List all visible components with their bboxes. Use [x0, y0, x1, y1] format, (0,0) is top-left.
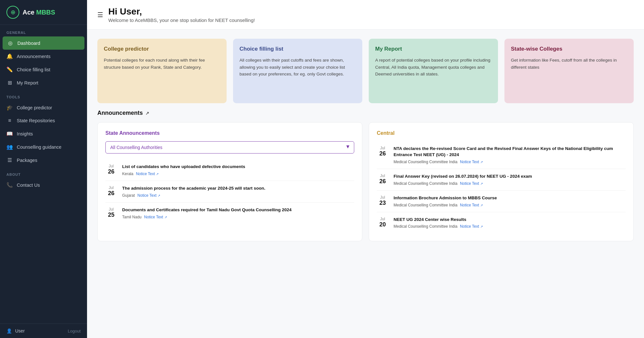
sidebar-username: User: [15, 328, 25, 333]
central-ann-item: Jul 26 NTA declares the Re-revised Score…: [377, 141, 626, 169]
ann-content: NTA declares the Re-revised Score Card a…: [394, 146, 626, 164]
central-ann-item: Jul 26 Final Answer Key (revised on 26.0…: [377, 169, 626, 191]
logo-icon: ⊕: [6, 6, 19, 19]
ann-day: 20: [377, 221, 388, 228]
ann-month: Jul: [105, 207, 117, 212]
external-icon: ↗: [480, 182, 483, 185]
sidebar-section-label: TOOLS: [0, 89, 87, 101]
sidebar-nav: GENERAL◎Dashboard🔔Announcements✏️Choice …: [0, 25, 87, 192]
external-link-icon[interactable]: ↗: [145, 111, 149, 116]
ann-notice-link[interactable]: Notice Text ↗: [460, 224, 483, 229]
sidebar-item-state-repositories[interactable]: ≡State Repositories: [0, 114, 87, 127]
ann-content: List of candidates who have uploaded def…: [122, 164, 354, 176]
state-announcements-col: State Announcements All Counselling Auth…: [97, 122, 362, 241]
ann-day: 23: [377, 200, 388, 206]
ann-date: Jul 23: [377, 195, 388, 207]
ann-title: The admission process for the academic y…: [122, 185, 354, 192]
ann-month: Jul: [377, 174, 388, 178]
external-icon: ↗: [164, 215, 167, 219]
sidebar-item-my-report[interactable]: ⊞My Report: [0, 76, 87, 89]
sidebar-item-dashboard[interactable]: ◎Dashboard: [3, 36, 84, 50]
sidebar-item-insights[interactable]: 📖Insights: [0, 127, 87, 140]
choice-filling-list-card[interactable]: Choice filling listAll colleges with the…: [233, 39, 362, 103]
my-report-card-body: A report of potential colleges based on …: [375, 57, 492, 78]
state-repositories-icon: ≡: [6, 118, 13, 124]
ann-content: The admission process for the academic y…: [122, 185, 354, 198]
sidebar-item-announcements[interactable]: 🔔Announcements: [0, 50, 87, 63]
my-report-label: My Report: [17, 80, 38, 85]
insights-label: Insights: [17, 131, 33, 136]
sidebar-item-college-predictor[interactable]: 🎓College predictor: [0, 101, 87, 114]
sidebar-item-contact-us[interactable]: 📞Contact Us: [0, 178, 87, 192]
ann-content: NEET UG 2024 Center wise Results Medical…: [394, 217, 626, 229]
ann-tag: Tamil Nadu: [122, 215, 141, 219]
sidebar-item-choice-filling-list[interactable]: ✏️Choice filling list: [0, 63, 87, 76]
external-icon: ↗: [158, 194, 160, 197]
contact-us-icon: 📞: [6, 182, 13, 188]
greeting-block: Hi User, Welcome to AceMBBS, your one st…: [108, 6, 255, 23]
ann-notice-link[interactable]: Notice Text ↗: [137, 193, 160, 198]
sidebar-item-counselling-guidance[interactable]: 👥Counselling guidance: [0, 140, 87, 154]
my-report-card-title: My Report: [375, 46, 492, 52]
insights-icon: 📖: [6, 131, 13, 137]
announcements-label: Announcements: [17, 54, 51, 59]
sidebar-item-packages[interactable]: ☰Packages: [0, 154, 87, 167]
ann-content: Final Answer Key (revised on 26.07.2024)…: [394, 174, 626, 186]
announcements-section: Announcements ↗ State Announcements All …: [87, 110, 644, 250]
state-col-title: State Announcements: [105, 130, 354, 136]
state-announcements-list: Jul 26 List of candidates who have uploa…: [105, 159, 354, 224]
state-wise-colleges-card[interactable]: State-wise CollegesGet information like …: [504, 39, 634, 103]
state-wise-colleges-card-title: State-wise Colleges: [511, 46, 627, 52]
my-report-card[interactable]: My ReportA report of potential colleges …: [369, 39, 498, 103]
ann-content: Information Brochure Admission to MBBS C…: [394, 195, 626, 207]
counselling-guidance-icon: 👥: [6, 144, 13, 150]
ann-notice-link[interactable]: Notice Text ↗: [460, 160, 483, 164]
ann-meta: Medical Counselling Committee India Noti…: [394, 160, 626, 164]
choice-filling-list-label: Choice filling list: [17, 67, 50, 72]
ann-day: 25: [105, 212, 117, 218]
ann-meta: Kerala Notice Text ↗: [122, 172, 354, 176]
ann-meta: Medical Counselling Committee India Noti…: [394, 224, 626, 229]
ann-notice-link[interactable]: Notice Text ↗: [460, 181, 483, 186]
college-predictor-card-title: College predictor: [104, 46, 220, 52]
state-ann-item: Jul 25 Documents and Certificates requir…: [105, 203, 354, 224]
user-icon: 👤: [6, 328, 12, 333]
sidebar-section-label: ABOUT: [0, 167, 87, 178]
ann-day: 26: [377, 150, 388, 157]
college-predictor-card[interactable]: College predictorPotential colleges for …: [97, 39, 227, 103]
ann-notice-link[interactable]: Notice Text ↗: [144, 215, 167, 219]
state-wise-colleges-card-body: Get information like Fees, cutoff from a…: [511, 57, 627, 71]
hamburger-button[interactable]: ☰: [97, 11, 103, 19]
choice-filling-list-card-title: Choice filling list: [239, 46, 356, 52]
college-predictor-label: College predictor: [17, 105, 52, 110]
contact-us-label: Contact Us: [17, 183, 40, 188]
state-ann-item: Jul 26 List of candidates who have uploa…: [105, 159, 354, 181]
ann-title: Information Brochure Admission to MBBS C…: [394, 195, 626, 201]
ann-day: 26: [377, 178, 388, 185]
feature-cards: College predictorPotential colleges for …: [87, 30, 644, 110]
sidebar-user: 👤 User: [6, 328, 25, 333]
ann-date: Jul 26: [377, 146, 388, 164]
choice-filling-list-card-body: All colleges with their past cutoffs and…: [239, 57, 356, 78]
external-icon: ↗: [156, 172, 159, 176]
announcements-header: Announcements ↗: [97, 110, 634, 116]
ann-notice-link[interactable]: Notice Text ↗: [136, 172, 159, 176]
logo-highlight: MBBS: [36, 9, 55, 16]
ann-date: Jul 25: [105, 207, 117, 219]
ann-month: Jul: [377, 146, 388, 150]
logout-button[interactable]: Logout: [68, 329, 81, 333]
ann-notice-link[interactable]: Notice Text ↗: [460, 203, 483, 207]
authority-dropdown[interactable]: All Counselling AuthoritiesKeralaGujarat…: [105, 141, 354, 154]
ann-source: Medical Counselling Committee India: [394, 224, 457, 229]
central-ann-item: Jul 23 Information Brochure Admission to…: [377, 191, 626, 212]
ann-source: Medical Counselling Committee India: [394, 203, 457, 207]
ann-title: NEET UG 2024 Center wise Results: [394, 217, 626, 223]
top-bar: ☰ Hi User, Welcome to AceMBBS, your one …: [87, 0, 644, 30]
authority-dropdown-wrap: All Counselling AuthoritiesKeralaGujarat…: [105, 141, 354, 154]
sidebar-footer: 👤 User Logout: [0, 323, 87, 338]
greeting-title: Hi User,: [108, 6, 255, 17]
ann-source: Medical Counselling Committee India: [394, 160, 457, 164]
announcements-icon: 🔔: [6, 53, 13, 59]
ann-date: Jul 26: [105, 185, 117, 198]
ann-day: 26: [105, 190, 117, 197]
